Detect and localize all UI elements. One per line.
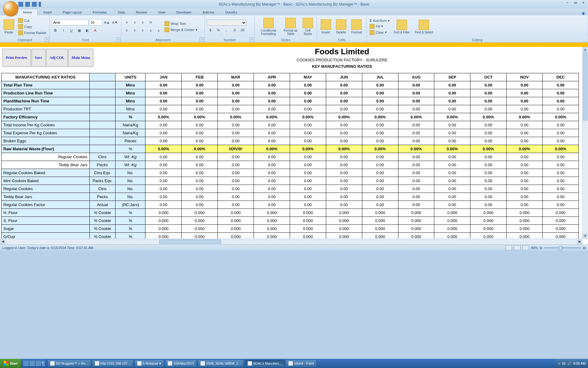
cell[interactable]: 0.000 — [398, 225, 434, 233]
sort-filter-button[interactable]: Sort & Filter — [392, 19, 412, 35]
cell[interactable]: 0.00% — [362, 145, 398, 153]
cell[interactable]: 0.00 — [507, 97, 543, 105]
cell[interactable]: 0.00 — [470, 153, 507, 161]
table-row[interactable]: Teddy Bear JarsPacksNo.0.000.000.000.000… — [2, 193, 579, 201]
cell[interactable]: 0.00 — [145, 121, 182, 129]
cell[interactable]: 0.00 — [182, 185, 218, 193]
scroll-thumb[interactable] — [583, 52, 587, 121]
cell[interactable]: 0.00% — [470, 145, 507, 153]
cell[interactable]: 0.00% — [182, 145, 218, 153]
cell[interactable]: 0.00 — [470, 97, 507, 105]
cell[interactable]: 0.00 — [182, 161, 218, 169]
cell[interactable]: 0.00 — [543, 161, 579, 169]
cell[interactable]: 0.00 — [543, 169, 579, 177]
decrease-indent-button[interactable]: ≤ — [147, 27, 154, 34]
cell[interactable]: 0.00 — [507, 193, 543, 201]
cell[interactable]: 0.00 — [398, 97, 434, 105]
cell[interactable]: 0.00 — [362, 185, 398, 193]
cell[interactable]: 0.00 — [145, 177, 182, 185]
taskbar-item[interactable]: mbm4 - Paint — [286, 360, 317, 367]
cell[interactable]: 0.00 — [326, 89, 362, 97]
cell[interactable]: 0.00 — [218, 105, 254, 113]
cell[interactable]: 0.00 — [326, 193, 362, 201]
cell[interactable]: 0.000 — [254, 217, 290, 225]
cell[interactable]: 0.00 — [218, 161, 254, 169]
cell[interactable]: 0.00 — [254, 105, 290, 113]
table-row[interactable]: Regular CookiesCtnsWt -Kg0.000.000.000.0… — [2, 153, 579, 161]
cell[interactable]: 0.000 — [254, 225, 290, 233]
scroll-up-button[interactable]: ▲ — [582, 47, 588, 52]
cell[interactable]: 0.00 — [470, 105, 507, 113]
undo-icon[interactable] — [25, 2, 30, 7]
cell[interactable]: 0.00 — [290, 97, 326, 105]
cell[interactable]: 0.00 — [182, 137, 218, 145]
cell[interactable]: 0.00 — [470, 129, 507, 137]
orientation-button[interactable]: ⟳ — [147, 19, 154, 26]
tab-review[interactable]: Review — [130, 9, 153, 15]
taskbar-item[interactable]: SDAc's Manufact... — [245, 360, 285, 367]
scroll-thumb[interactable] — [159, 240, 221, 244]
cell[interactable]: 0.00 — [398, 153, 434, 161]
cell[interactable]: 0.00 — [362, 153, 398, 161]
cell[interactable]: 0.00 — [326, 177, 362, 185]
cell[interactable]: 0.00 — [145, 105, 182, 113]
table-row[interactable]: Factory Efficiency%0.00%0.00%0.00%0.00%0… — [2, 113, 579, 121]
cell[interactable]: 0.00 — [543, 137, 579, 145]
cell[interactable]: 0.00 — [218, 153, 254, 161]
cell[interactable]: 0.00 — [507, 121, 543, 129]
cell[interactable]: 0.00 — [290, 129, 326, 137]
cell[interactable]: 0.00 — [145, 97, 182, 105]
insert-cells-button[interactable]: Insert — [319, 19, 333, 35]
cell[interactable]: 0.00 — [326, 153, 362, 161]
cell[interactable]: 0.00% — [182, 113, 218, 121]
cell[interactable]: 0.00 — [290, 137, 326, 145]
cell[interactable]: 0.00 — [470, 177, 507, 185]
clock[interactable]: 8:08 AM — [573, 362, 586, 365]
cell[interactable]: 0.00 — [470, 121, 507, 129]
cell[interactable]: 0.000 — [434, 217, 470, 225]
cell[interactable]: 0.00 — [543, 129, 579, 137]
cell[interactable]: 0.00 — [398, 193, 434, 201]
cell-styles-button[interactable]: Cell Styles — [301, 17, 315, 36]
cell[interactable]: 0.00 — [145, 185, 182, 193]
cell[interactable]: 0.00 — [434, 105, 470, 113]
cell[interactable]: 0.00 — [218, 121, 254, 129]
cell[interactable]: 0.00 — [326, 137, 362, 145]
cell[interactable]: 0.00% — [326, 113, 362, 121]
tab-data[interactable]: Data — [112, 9, 130, 15]
cell[interactable]: 0.000 — [434, 225, 470, 233]
cell[interactable]: 0.00 — [470, 169, 507, 177]
cell[interactable]: 0.00 — [218, 129, 254, 137]
tab-developer[interactable]: Developer — [171, 9, 197, 15]
cell[interactable]: 0.00 — [182, 129, 218, 137]
cell[interactable]: 0.00 — [145, 193, 182, 201]
cell[interactable]: 0.00 — [507, 129, 543, 137]
cell[interactable]: 0.00 — [254, 193, 290, 201]
cell[interactable]: 0.00 — [254, 169, 290, 177]
cell[interactable]: 0.00 — [182, 89, 218, 97]
cell[interactable]: 0.00 — [507, 161, 543, 169]
cell[interactable]: 0.00 — [326, 129, 362, 137]
cell[interactable]: 0.00 — [543, 185, 579, 193]
cell[interactable]: 0.00 — [218, 177, 254, 185]
cell[interactable]: 0.00 — [507, 105, 543, 113]
office-button[interactable] — [3, 1, 18, 17]
align-bottom-button[interactable]: ≡ — [139, 19, 146, 26]
shrink-font-button[interactable]: A▼ — [111, 19, 119, 26]
cell[interactable]: 0.000 — [362, 217, 398, 225]
cell[interactable]: 0.00 — [182, 81, 218, 89]
ql-more-icon[interactable]: » — [42, 361, 45, 366]
autosum-button[interactable]: Σ AutoSum ▾ — [369, 18, 391, 23]
cell[interactable]: 0.00 — [145, 81, 182, 89]
cell[interactable]: 0.00 — [398, 121, 434, 129]
cell[interactable]: 0.000 — [398, 217, 434, 225]
cell[interactable]: 0.00 — [290, 201, 326, 209]
cell[interactable]: 0.00 — [543, 153, 579, 161]
align-top-button[interactable]: ≡ — [123, 19, 130, 26]
cell[interactable]: 0.00 — [290, 185, 326, 193]
italic-button[interactable]: I — [60, 27, 67, 34]
cell[interactable]: 0.00 — [543, 177, 579, 185]
cell[interactable]: 0.00 — [434, 81, 470, 89]
increase-indent-button[interactable]: ≥ — [155, 27, 162, 34]
cell[interactable]: 0.00 — [543, 81, 579, 89]
